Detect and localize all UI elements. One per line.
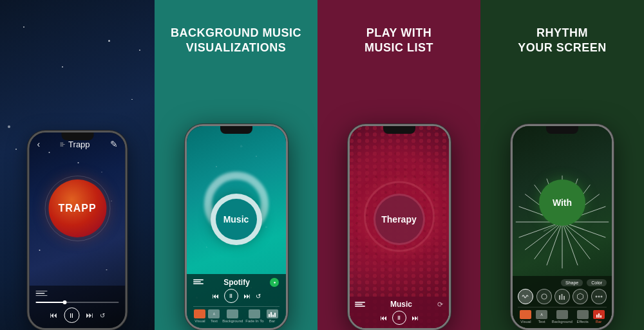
play-btn-3[interactable]: ⏸ [392,311,406,325]
shape-dots[interactable] [591,289,607,304]
effects-icon-4 [577,310,589,319]
visual-icon [194,309,205,318]
phone-notch-4 [546,126,578,134]
shape-circle[interactable] [536,289,552,304]
tab-visual-4[interactable]: Visual [520,310,531,324]
shape-color-row: Shape Color [518,279,607,286]
spotify-bar: Spotify ● [193,278,279,287]
text-icon-4: A [536,310,547,319]
tab-fadein-label: Fade In To [245,319,263,323]
rewind-btn-2[interactable]: ⏮ [212,292,219,300]
pause-icon: ⏸ [68,312,75,319]
text-icon: A [208,309,220,318]
phone-4: With Shape Color [511,124,614,330]
forward-button[interactable]: ⏭ [86,311,93,320]
svg-marker-28 [578,293,583,300]
player-bottom-4: Shape Color [513,276,612,328]
screen-green: With Shape Color [513,126,612,328]
tab-text-label: Text [211,319,218,323]
tab-bar-4-label: Bar [596,320,601,324]
music-circle[interactable]: Music [211,194,262,245]
phone-notch-2 [220,126,252,134]
svg-line-8 [525,222,562,250]
tab-visual-4-label: Visual [520,320,531,324]
phone-notch-1 [61,133,93,140]
tab-fadein[interactable]: Fade In To [245,309,263,323]
panel-2-heading: BACKGROUND MUSIC VISUALIZATIONS [155,26,317,55]
tab-visual[interactable]: Visual [194,309,205,323]
back-icon[interactable]: ‹ [37,139,41,149]
phone-3: Therapy Music ⟳ ⏮ ⏸ ⏭ [348,124,451,330]
bottom-tabs-2: Visual A Text Background Fade In To [193,306,279,324]
shape-hexagon[interactable] [573,289,588,304]
visual-icon-4 [520,310,531,319]
svg-line-2 [562,222,600,250]
panel-3-heading: PLAY WITH MUSIC LIST [317,26,480,55]
panel-space: ‹ ⊪ Trapp ✎ TRAPP [0,0,155,330]
repeat-btn-2[interactable]: ↺ [256,293,261,300]
menu-icon[interactable] [36,291,119,297]
bg-icon-4 [556,310,568,319]
tab-bar-label: Bar [269,319,275,323]
tab-text-4[interactable]: A Text [536,310,547,324]
music-title-3: Music [390,300,412,309]
svg-line-3 [562,222,590,259]
repeat-button[interactable]: ↺ [100,312,105,319]
trapp-main-circle[interactable]: TRAPP [48,179,106,237]
svg-rect-27 [564,296,565,300]
shape-icons-row [518,289,607,304]
playback-controls-2: ⏮ ⏸ ⏭ ↺ [193,289,279,303]
phone-1: ‹ ⊪ Trapp ✎ TRAPP [28,131,128,330]
svg-rect-25 [559,295,560,300]
tab-bg-4[interactable]: Background [552,310,573,324]
svg-line-7 [535,222,562,259]
shape-button[interactable]: Shape [561,279,583,286]
with-circle[interactable]: With [539,179,585,226]
app-title: ⊪ Trapp [60,140,90,149]
tab-text[interactable]: A Text [208,309,220,323]
with-label: With [553,197,572,208]
playback-controls: ⏮ ⏸ ⏭ ↺ [36,307,119,323]
rewind-button[interactable]: ⏮ [50,311,57,320]
phone-2: Music Spotify ● ⏮ ⏸ ⏭ ↺ [185,124,288,330]
playback-controls-3: ⏮ ⏸ ⏭ [355,311,444,325]
edit-icon[interactable]: ✎ [110,139,118,149]
menu-icon-2[interactable] [193,279,204,284]
shape-bars[interactable] [554,289,570,304]
screen-teal: Music Spotify ● ⏮ ⏸ ⏭ ↺ [187,126,286,328]
svg-point-31 [600,296,602,298]
progress-bar[interactable] [36,302,119,303]
svg-point-24 [542,294,547,299]
shape-wave[interactable] [518,289,533,304]
menu-icon-3[interactable] [355,302,365,307]
bar-icon [267,309,278,318]
phone-notch-3 [383,126,415,134]
fwd-btn-3[interactable]: ⏭ [412,314,419,322]
music-label: Music [223,214,249,225]
tab-effects-4[interactable]: Effects [577,310,589,324]
app-header: ‹ ⊪ Trapp ✎ [30,139,126,149]
fwd-btn-2[interactable]: ⏭ [243,292,251,300]
tab-bar-4[interactable]: Bar [593,310,605,324]
bottom-tabs-4: Visual A Text Background Effects [518,307,607,325]
therapy-circle[interactable]: Therapy [374,194,425,245]
player-controls: ⏮ ⏸ ⏭ ↺ [30,286,126,329]
screen-space: ‹ ⊪ Trapp ✎ TRAPP [30,133,126,328]
tab-visual-label: Visual [194,319,205,323]
play-btn-2[interactable]: ⏸ [224,289,238,303]
trapp-label: TRAPP [58,203,96,214]
fadein-icon [249,309,260,318]
color-button[interactable]: Color [587,279,607,286]
svg-point-30 [598,296,600,298]
player-bottom-2: Spotify ● ⏮ ⏸ ⏭ ↺ Visual A Text [187,274,286,328]
bg-icon [227,309,238,318]
refresh-icon[interactable]: ⟳ [437,300,443,309]
panel-4-heading: RHYTHM YOUR SCREEN [480,26,644,55]
svg-rect-26 [561,294,562,300]
therapy-label: Therapy [381,214,416,225]
rewind-btn-3[interactable]: ⏮ [380,314,387,322]
spotify-title: Spotify [223,278,250,287]
tab-bar[interactable]: Bar [267,309,278,323]
tab-background[interactable]: Background [222,309,243,323]
play-pause-button[interactable]: ⏸ [64,307,79,323]
